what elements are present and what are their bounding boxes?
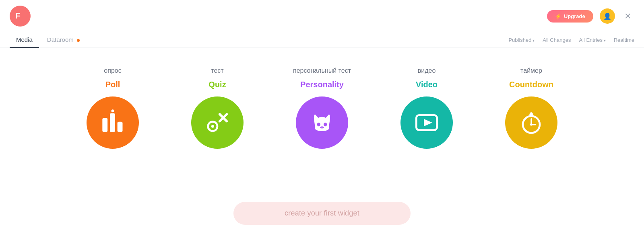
svg-point-9 [317, 123, 320, 126]
upgrade-icon: ⚡ [555, 13, 561, 19]
logo[interactable]: F [10, 6, 31, 27]
svg-point-4 [111, 109, 114, 112]
svg-point-11 [321, 126, 323, 128]
quiz-icon [203, 109, 231, 137]
tab-media[interactable]: Media [10, 32, 39, 48]
poll-label-en: Poll [105, 80, 120, 89]
avatar[interactable]: 👤 [600, 8, 615, 24]
svg-point-6 [211, 125, 214, 128]
card-poll[interactable]: опрос Poll [60, 67, 165, 149]
quiz-label-ru: тест [211, 67, 223, 74]
video-label-ru: видео [418, 67, 436, 74]
svg-rect-16 [530, 112, 533, 114]
tab-dataroom-label: Dataroom [47, 36, 74, 43]
poll-icon [99, 109, 127, 137]
svg-point-19 [530, 123, 533, 126]
top-right-actions: ⚡ Upgrade 👤 × [547, 8, 634, 24]
countdown-icon-circle[interactable] [505, 96, 557, 149]
personality-label-ru: персональный тест [293, 67, 351, 74]
tabs-bar: Media Dataroom Published All Changes All… [0, 32, 644, 48]
avatar-icon: 👤 [603, 12, 611, 20]
close-button[interactable]: × [621, 9, 634, 23]
main-content: опрос Poll тест Quiz [0, 48, 644, 149]
upgrade-label: Upgrade [564, 13, 585, 19]
all-changes-filter[interactable]: All Changes [543, 37, 571, 43]
quiz-label-en: Quiz [208, 80, 226, 89]
svg-rect-1 [102, 118, 107, 132]
poll-label-ru: опрос [104, 67, 121, 74]
published-filter[interactable]: Published [508, 37, 535, 43]
tabs-right: Published All Changes All Entries Realti… [508, 37, 634, 43]
card-countdown[interactable]: таймер Countdown [479, 67, 584, 149]
realtime-filter[interactable]: Realtime [614, 37, 634, 43]
svg-marker-13 [424, 119, 432, 127]
video-icon-circle[interactable] [400, 96, 453, 149]
tab-media-label: Media [16, 36, 33, 43]
countdown-icon [517, 109, 545, 137]
countdown-label-ru: таймер [520, 67, 542, 74]
poll-icon-circle[interactable] [87, 96, 139, 149]
personality-icon-circle[interactable] [296, 96, 348, 149]
svg-text:F: F [15, 11, 20, 20]
create-widget-button[interactable]: create your first widget [233, 202, 411, 225]
all-entries-filter[interactable]: All Entries [579, 37, 605, 43]
video-label-en: Video [416, 80, 438, 89]
svg-point-10 [324, 123, 327, 126]
tab-dataroom[interactable]: Dataroom [41, 32, 86, 48]
tabs-left: Media Dataroom [10, 32, 86, 47]
tab-dot [77, 39, 80, 42]
quiz-icon-circle[interactable] [191, 96, 244, 149]
card-video[interactable]: видео Video [374, 67, 479, 149]
upgrade-button[interactable]: ⚡ Upgrade [547, 10, 593, 23]
svg-rect-2 [110, 113, 115, 132]
personality-label-en: Personality [300, 80, 344, 89]
cta-area: create your first widget [233, 202, 411, 225]
personality-icon [308, 109, 336, 137]
svg-rect-3 [118, 122, 123, 132]
video-icon [413, 109, 441, 137]
top-bar: F ⚡ Upgrade 👤 × [0, 0, 644, 32]
card-quiz[interactable]: тест Quiz [165, 67, 270, 149]
card-personality[interactable]: персональный тест Personality [270, 67, 374, 149]
countdown-label-en: Countdown [509, 80, 553, 89]
